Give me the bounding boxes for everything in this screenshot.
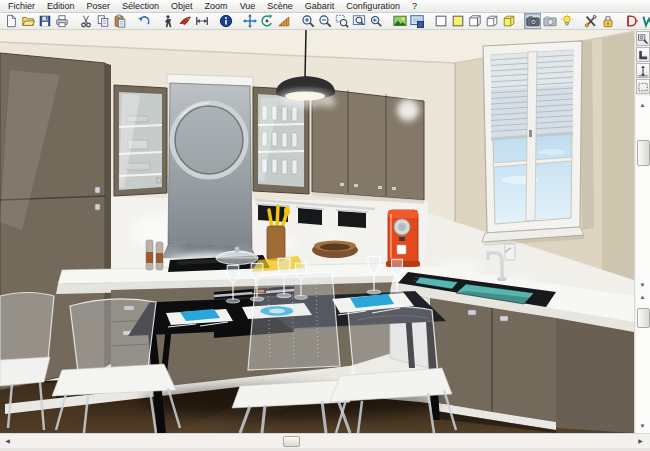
upper-cabinets-right[interactable] [312,88,424,204]
camera-secondary-button[interactable] [541,13,558,29]
photo-render-icon [393,14,407,28]
zoom-in-icon [301,14,315,28]
view-perspective-button[interactable] [483,13,500,29]
viewport-container [0,30,634,433]
view-plan-filled-button[interactable] [449,13,466,29]
menu-fichier[interactable]: Fichier [2,0,41,12]
cabinet-handle [157,178,161,183]
slope-button[interactable] [275,13,292,29]
selection-rect-icon [637,81,649,93]
zoom-out-button[interactable] [316,13,333,29]
right-tool-strip: ▲ ▼ ▲ ▼ [634,30,650,433]
zoom-window-button[interactable] [333,13,350,29]
scissors-icon [79,14,93,28]
camera-view-button[interactable] [524,13,541,29]
view-solid-button[interactable] [500,13,517,29]
walkthrough-button[interactable] [159,13,176,29]
coffee-machine[interactable] [386,210,420,267]
vertical-scroll-thumb-lower[interactable] [637,308,650,328]
cabinet-handle [95,187,100,193]
rotate-button[interactable] [258,13,275,29]
cloud [538,149,566,155]
menu-scene[interactable]: Scène [261,0,299,12]
horizontal-scroll-thumb[interactable] [283,436,300,447]
measure-button[interactable] [193,13,210,29]
menu-selection[interactable]: Sélection [116,0,165,12]
copy-icon [96,14,110,28]
move-button[interactable] [241,13,258,29]
scroll-up-button[interactable]: ▲ [636,100,649,110]
lock-button[interactable] [599,13,616,29]
vertical-scrollbar[interactable]: ▲ ▼ ▲ ▼ [636,96,650,433]
view-elevation-button[interactable] [466,13,483,29]
solid-box-icon [502,14,516,28]
menu-poser[interactable]: Poser [81,0,117,12]
screen-capture-icon [410,14,424,28]
window-handle[interactable] [529,130,532,137]
save-button[interactable] [36,13,53,29]
scroll-left-button[interactable]: ◀ [1,435,14,447]
move-cross-icon [243,14,257,28]
glass-cabinet-left[interactable] [114,85,167,196]
menu-help[interactable]: ? [406,0,423,12]
menu-zoom[interactable]: Zoom [199,0,234,12]
zoom-in-button[interactable] [299,13,316,29]
plan-filled-icon [451,14,465,28]
viewpoint-icon [637,33,649,45]
zoom-previous-icon [369,14,383,28]
cut-button[interactable] [77,13,94,29]
scroll-right-button[interactable]: ▶ [634,435,647,447]
menu-vue[interactable]: Vue [234,0,262,12]
view-plan-outline-button[interactable] [432,13,449,29]
lighting-button[interactable] [558,13,575,29]
winner-button[interactable] [640,13,650,29]
scroll-up-mid-button[interactable]: ▲ [636,292,649,302]
letter-d-icon [625,14,639,28]
viewpoint-button[interactable] [636,31,650,46]
menu-edition[interactable]: Edition [41,0,81,12]
w-logo-icon [642,14,650,28]
door-handle [500,316,508,321]
print-button[interactable] [53,13,70,29]
zoom-extents-button[interactable] [350,13,367,29]
wall-tool-button[interactable] [636,47,650,62]
menu-configuration[interactable]: Configuration [340,0,406,12]
pointer-button[interactable] [176,13,193,29]
info-button[interactable] [217,13,234,29]
cabinet-handle [95,204,100,210]
window[interactable] [482,40,594,246]
door-handle [468,310,476,315]
fruit-bowl[interactable] [312,241,358,259]
camera-alt-icon [543,14,557,28]
selection-tool-button[interactable] [636,79,650,94]
new-document-icon [4,14,18,28]
rotate-icon [260,14,274,28]
undo-button[interactable] [135,13,152,29]
copy-button[interactable] [94,13,111,29]
render-photo-button[interactable] [391,13,408,29]
bulb-icon [560,14,574,28]
menu-gabarit[interactable]: Gabarit [299,0,341,12]
camera-icon [526,14,540,28]
zoom-window-icon [335,14,349,28]
capture-view-button[interactable] [408,13,425,29]
vertical-scroll-thumb-upper[interactable] [637,140,650,166]
horizontal-scrollbar[interactable]: ◀ ▶ [0,433,650,448]
paste-button[interactable] [111,13,128,29]
scroll-down-button[interactable]: ▼ [636,421,649,431]
menu-objet[interactable]: Objet [165,0,199,12]
new-document-button[interactable] [2,13,19,29]
tools-button[interactable] [582,13,599,29]
person-icon [161,14,175,28]
clipboard-icon [113,14,127,28]
scroll-down-mid-button[interactable]: ▼ [636,280,649,290]
height-tool-button[interactable] [636,63,650,78]
dimension-icon [195,14,209,28]
dimensions-button[interactable] [623,13,640,29]
elevation-box-icon [468,14,482,28]
red-pointer-icon [178,14,192,28]
open-project-button[interactable] [19,13,36,29]
zoom-previous-button[interactable] [367,13,384,29]
scene-3d-view[interactable] [0,30,634,433]
printer-icon [55,14,69,28]
